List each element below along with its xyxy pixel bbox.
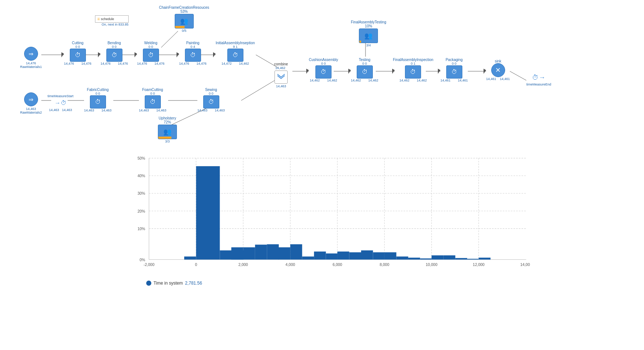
- svg-rect-75: [373, 252, 384, 260]
- svg-text:20%: 20%: [137, 209, 145, 213]
- svg-marker-21: [98, 52, 101, 57]
- time-measure-end-icon: ⏱→: [532, 72, 546, 83]
- svg-text:0%: 0%: [140, 258, 145, 262]
- svg-text:14,000: 14,000: [520, 263, 530, 267]
- svg-rect-80: [432, 255, 443, 260]
- svg-rect-63: [231, 247, 243, 260]
- svg-text:12,000: 12,000: [473, 263, 485, 267]
- svg-text:10%: 10%: [137, 227, 145, 231]
- time-measure-start-icon: →⏱: [54, 98, 68, 108]
- initial-assembly-box[interactable]: ⏱: [227, 49, 243, 62]
- welding-flows: 14,47614,476: [137, 62, 164, 65]
- raw-materials-2-source[interactable]: ⇒: [24, 92, 38, 106]
- svg-marker-23: [177, 52, 179, 57]
- svg-rect-66: [267, 244, 279, 260]
- fabric-cutting-box[interactable]: ⏱: [90, 95, 106, 109]
- upholstery-box[interactable]: 👥: [158, 125, 177, 139]
- sewing-box[interactable]: ⏱: [203, 95, 219, 109]
- svg-rect-76: [384, 252, 396, 260]
- bending-node: Bending 0 0 ⏱ 14,47614,476: [101, 41, 128, 65]
- svg-rect-68: [290, 244, 302, 260]
- time-measure-end-label: timeMeasureEnd: [526, 83, 551, 86]
- svg-rect-77: [396, 256, 408, 259]
- raw-materials-1-label: RawMaterials1: [20, 65, 42, 69]
- fabric-cutting-flows: 14,46314,463: [84, 109, 111, 112]
- cutting-node: Cutting 0 0 ⏱ 14,47614,476: [64, 41, 91, 65]
- welding-node: Welding 0 0 ⏱ 14,47614,476: [137, 41, 164, 65]
- main-canvas: ≡ schedule On, next in 833.85 ChainFrame…: [0, 0, 644, 350]
- cushion-assembly-box[interactable]: ⏱: [315, 65, 332, 79]
- raw-materials-1-node: ⇒ 14,476 RawMaterials1: [20, 47, 42, 69]
- chain-frame-creation-node: ChainFrameCreationResouces 53% 👥 0/5: [159, 5, 209, 33]
- svg-rect-65: [255, 245, 267, 260]
- chart-area: 50% 40% 30% 20% 10% 0% -2,000: [128, 153, 530, 300]
- svg-text:50%: 50%: [137, 156, 145, 160]
- final-assembly-inspection-flows: 14,46214,462: [399, 79, 427, 82]
- svg-rect-83: [467, 259, 478, 259]
- testing-box[interactable]: ⏱: [357, 65, 373, 79]
- svg-rect-61: [196, 166, 220, 260]
- final-assembly-inspection-node: FinalAssemblyInspection 0 1 ⏱ 14,46214,4…: [393, 58, 433, 82]
- svg-marker-29: [484, 69, 486, 74]
- raw-materials-2-node: ⇒ 14,463 RawMaterials2: [20, 92, 42, 114]
- svg-text:-2,000: -2,000: [144, 263, 155, 267]
- bending-box[interactable]: ⏱: [106, 49, 122, 62]
- painting-box[interactable]: ⏱: [185, 49, 201, 62]
- svg-rect-70: [314, 251, 326, 259]
- svg-text:2,000: 2,000: [238, 263, 248, 267]
- final-assembly-testing-node: FinalAssemblyTesting 10% 👥 3/4: [351, 20, 386, 47]
- legend-dot: [146, 281, 151, 286]
- svg-marker-28: [438, 69, 440, 74]
- testing-node: Testing 0 0 ⏱ 14,46214,462: [351, 58, 378, 82]
- svg-marker-26: [348, 69, 351, 74]
- chain-frame-box[interactable]: 👥: [175, 14, 194, 28]
- svg-line-11: [241, 79, 278, 100]
- raw-materials-2-label: RawMaterials2: [20, 111, 42, 114]
- testing-flows: 14,46214,462: [351, 79, 378, 82]
- packaging-node: Packaging 0 0 ⏱ 14,46114,461: [440, 58, 468, 82]
- packaging-box[interactable]: ⏱: [446, 65, 462, 79]
- svg-rect-60: [184, 256, 196, 259]
- svg-text:8,000: 8,000: [380, 263, 389, 267]
- svg-rect-79: [420, 258, 431, 259]
- combine-box[interactable]: [274, 71, 288, 84]
- svg-rect-67: [279, 247, 290, 260]
- schedule-tag: ≡ schedule On, next in 833.85: [95, 15, 129, 26]
- bending-flows: 14,47614,476: [101, 62, 128, 65]
- svg-rect-78: [408, 258, 420, 259]
- svg-marker-25: [306, 69, 309, 74]
- sink-flows: 14,46114,461: [486, 77, 510, 81]
- svg-rect-81: [443, 255, 455, 260]
- combine-node: combine 14,462 14,463: [274, 62, 288, 88]
- welding-box[interactable]: ⏱: [143, 49, 159, 62]
- final-assembly-testing-box[interactable]: 👥: [359, 28, 378, 43]
- sink-circle[interactable]: ✕: [491, 63, 505, 77]
- final-assembly-inspection-box[interactable]: ⏱: [405, 65, 421, 79]
- chart-container: 50% 40% 30% 20% 10% 0% -2,000: [128, 153, 530, 278]
- svg-text:30%: 30%: [137, 191, 145, 195]
- svg-text:0: 0: [195, 263, 197, 267]
- raw-materials-1-flow: 14,476: [26, 61, 36, 65]
- foam-cutting-node: FoamCutting 0 0 ⏱ 14,46314,463: [139, 88, 166, 112]
- packaging-flows: 14,46114,461: [440, 79, 468, 82]
- svg-rect-71: [326, 254, 337, 260]
- svg-rect-72: [337, 251, 349, 259]
- schedule-sublabel: On, next in 833.85: [95, 23, 129, 26]
- svg-rect-73: [349, 252, 361, 260]
- cutting-flows: 14,47614,476: [64, 62, 91, 65]
- foam-cutting-box[interactable]: ⏱: [145, 95, 161, 109]
- svg-text:10,000: 10,000: [426, 263, 437, 267]
- cutting-box[interactable]: ⏱: [70, 49, 86, 62]
- time-measure-start-label: timeMeasureStart: [48, 94, 73, 98]
- painting-flows: 14,47614,476: [179, 62, 207, 65]
- svg-marker-22: [135, 52, 137, 57]
- svg-line-18: [510, 71, 526, 80]
- histogram-chart: 50% 40% 30% 20% 10% 0% -2,000: [128, 153, 530, 278]
- svg-rect-74: [361, 250, 373, 259]
- initial-assembly-flows: 14,47214,462: [221, 62, 249, 65]
- svg-marker-20: [61, 52, 64, 57]
- raw-materials-1-source[interactable]: ⇒: [24, 47, 38, 61]
- time-measure-end-node: ⏱→ timeMeasureEnd: [526, 72, 551, 86]
- svg-rect-84: [479, 258, 490, 259]
- upholstery-node: Upholstery 72% 👥 3/3: [158, 116, 177, 143]
